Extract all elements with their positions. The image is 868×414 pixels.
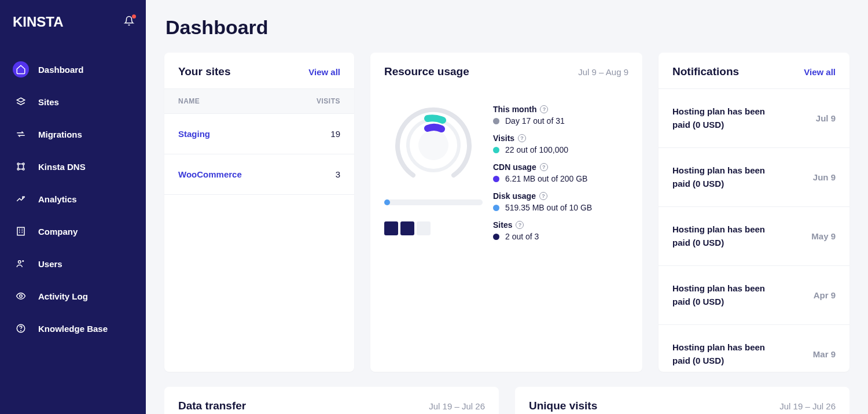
building-icon: [13, 223, 29, 239]
data-transfer-card: Data transfer Jul 19 – Jul 26: [164, 387, 499, 414]
sites-blocks: [384, 221, 483, 235]
stat-label: CDN usage: [493, 162, 536, 172]
notification-text: Hosting plan has been paid (0 USD): [672, 164, 782, 190]
stat-cdn: CDN usage? 6.21 MB out of 200 GB: [493, 162, 628, 183]
info-icon[interactable]: ?: [539, 192, 547, 200]
notification-row[interactable]: Hosting plan has been paid (0 USD) Mar 9: [659, 324, 849, 383]
notifications-bell[interactable]: [124, 16, 134, 28]
logo: KINSTA: [13, 14, 64, 30]
notification-row[interactable]: Hosting plan has been paid (0 USD) Apr 9: [659, 265, 849, 324]
stat-disk: Disk usage? 519.35 MB out of 10 GB: [493, 191, 628, 212]
info-icon[interactable]: ?: [540, 163, 548, 171]
stat-value: 519.35 MB out of 10 GB: [505, 203, 592, 212]
site-visits: 3: [336, 169, 340, 179]
stat-label: This month: [493, 105, 536, 114]
svg-point-8: [21, 330, 21, 331]
stat-value: 2 out of 3: [505, 232, 539, 241]
sidebar: KINSTA Dashboard Sites Migrations: [0, 0, 146, 414]
card-header: Your sites View all: [164, 53, 354, 88]
notification-text: Hosting plan has been paid (0 USD): [672, 223, 782, 249]
svg-point-6: [20, 295, 23, 298]
nav-migrations[interactable]: Migrations: [7, 120, 139, 148]
question-icon: [13, 320, 29, 337]
notification-text: Hosting plan has been paid (0 USD): [672, 282, 782, 308]
card-header: Resource usage Jul 9 – Aug 9: [370, 53, 642, 88]
notification-row[interactable]: Hosting plan has been paid (0 USD) Jun 9: [659, 147, 849, 206]
card-title: Unique visits: [529, 400, 597, 412]
sidebar-top: KINSTA: [0, 9, 146, 46]
stat-this-month: This month? Day 17 out of 31: [493, 105, 628, 125]
stat-label: Sites: [493, 220, 512, 230]
nav-users[interactable]: Users: [7, 250, 139, 278]
dot-icon: [493, 234, 499, 240]
notification-date: Jul 9: [816, 113, 836, 123]
eye-icon: [13, 288, 29, 304]
notifications-list: Hosting plan has been paid (0 USD) Jul 9…: [659, 88, 849, 383]
notification-row[interactable]: Hosting plan has been paid (0 USD) May 9: [659, 206, 849, 265]
notification-date: Apr 9: [814, 290, 836, 300]
sites-table-head: NAME VISITS: [164, 88, 354, 114]
nav-label: Sites: [38, 97, 59, 107]
table-row[interactable]: WooCommerce 3: [164, 154, 354, 195]
nav-company[interactable]: Company: [7, 217, 139, 245]
nav-label: Company: [38, 227, 78, 236]
nav-label: Analytics: [38, 194, 77, 204]
disk-usage-bar: [384, 199, 483, 205]
dot-icon: [493, 118, 499, 124]
nav-knowledge-base[interactable]: Knowledge Base: [7, 315, 139, 342]
stat-value: 6.21 MB out of 200 GB: [505, 174, 587, 183]
bell-badge-dot: [132, 14, 136, 19]
info-icon[interactable]: ?: [516, 221, 524, 229]
nav-activity-log[interactable]: Activity Log: [7, 282, 139, 310]
nav-label: Knowledge Base: [38, 324, 108, 334]
dns-icon: [13, 158, 29, 175]
main: Dashboard Your sites View all NAME VISIT…: [146, 0, 868, 414]
col-name: NAME: [178, 97, 200, 105]
usage-charts: [384, 105, 483, 249]
trend-icon: [13, 191, 29, 207]
view-all-sites-link[interactable]: View all: [308, 67, 340, 77]
nav-label: Migrations: [38, 130, 82, 139]
svg-point-10: [418, 130, 448, 160]
stat-label: Visits: [493, 134, 514, 143]
svg-point-3: [23, 168, 24, 170]
dashboard-row-2: Data transfer Jul 19 – Jul 26 Unique vis…: [164, 387, 849, 414]
nav: Dashboard Sites Migrations Kinsta DNS An…: [0, 46, 146, 356]
svg-rect-4: [17, 227, 24, 235]
dot-icon: [493, 205, 499, 211]
nav-analytics[interactable]: Analytics: [7, 185, 139, 213]
info-icon[interactable]: ?: [540, 105, 548, 113]
usage-body: This month? Day 17 out of 31 Visits? 22 …: [370, 88, 642, 249]
page-title: Dashboard: [165, 16, 849, 39]
card-title: Resource usage: [384, 65, 469, 78]
table-row[interactable]: Staging 19: [164, 114, 354, 154]
layers-icon: [13, 94, 29, 110]
notification-row[interactable]: Hosting plan has been paid (0 USD) Jul 9: [659, 88, 849, 147]
usage-donut: [393, 105, 474, 186]
nav-sites[interactable]: Sites: [7, 88, 139, 116]
date-range: Jul 9 – Aug 9: [578, 67, 628, 77]
svg-point-1: [23, 163, 24, 165]
nav-dns[interactable]: Kinsta DNS: [7, 153, 139, 180]
svg-point-2: [17, 168, 19, 170]
notifications-card: Notifications View all Hosting plan has …: [659, 53, 849, 372]
card-header: Notifications View all: [659, 53, 849, 88]
users-icon: [13, 256, 29, 272]
stat-visits: Visits? 22 out of 100,000: [493, 134, 628, 154]
nav-label: Users: [38, 259, 62, 269]
notification-date: May 9: [811, 231, 836, 241]
stat-value: Day 17 out of 31: [505, 116, 565, 125]
notification-date: Mar 9: [813, 349, 836, 359]
date-range: Jul 19 – Jul 26: [779, 401, 836, 411]
stat-label: Disk usage: [493, 191, 536, 201]
site-link[interactable]: Staging: [178, 129, 210, 139]
nav-dashboard[interactable]: Dashboard: [7, 56, 139, 83]
nav-label: Activity Log: [38, 291, 88, 301]
info-icon[interactable]: ?: [518, 134, 526, 142]
home-icon: [13, 61, 29, 77]
card-title: Your sites: [178, 65, 230, 78]
site-link[interactable]: WooCommerce: [178, 169, 242, 179]
date-range: Jul 19 – Jul 26: [429, 401, 485, 411]
view-all-notifications-link[interactable]: View all: [804, 67, 836, 77]
notification-text: Hosting plan has been paid (0 USD): [672, 105, 782, 131]
